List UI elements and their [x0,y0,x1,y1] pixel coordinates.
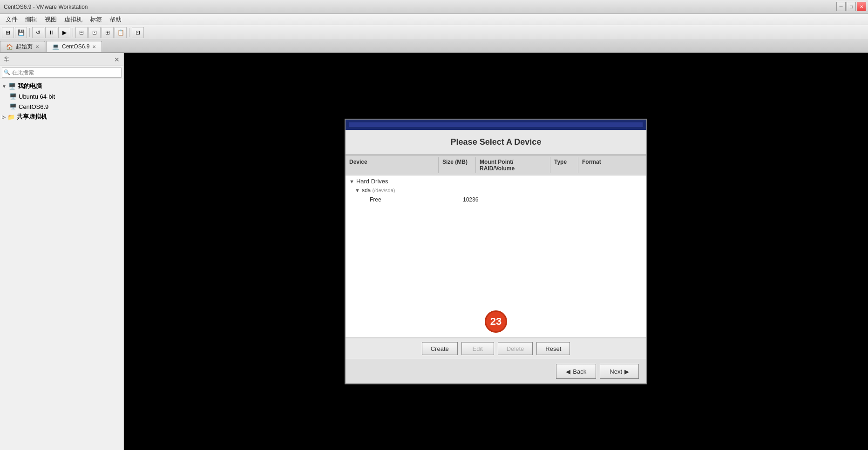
menu-bar: 文件 编辑 视图 虚拟机 标签 帮助 [0,14,868,25]
content-area: Please Select A Device Device Size (MB) … [124,53,868,450]
sidebar-centos-label: CentOS6.9 [19,103,48,110]
free-mount [496,195,571,204]
mypc-icon: 🖥️ [8,83,16,90]
sidebar-shared-label: 共享虚拟机 [17,113,47,121]
toolbar-sep-1 [29,28,30,37]
sidebar-close-button[interactable]: ✕ [114,56,120,63]
expand-mypc-icon: ▼ [2,84,7,89]
col-mount: Mount Point/ RAID/Volume [476,157,550,173]
next-button[interactable]: Next ▶ [600,364,639,379]
sidebar-title: 车 [4,55,9,63]
toolbar-btn-6[interactable]: ⊟ [75,27,88,38]
toolbar-sep-2 [73,28,73,37]
next-icon: ▶ [624,368,629,375]
sidebar-item-ubuntu[interactable]: 🖥️ Ubuntu 64-bit [0,91,123,101]
hard-drives-expand-icon: ▼ [349,179,354,184]
window-title: CentOS6.9 - VMware Workstation [4,4,88,10]
toolbar: ⊞ 💾 ↺ ⏸ ▶ ⊟ ⊡ ⊞ 📋 ⊡ [0,25,868,40]
centos-vm-icon: 🖥️ [9,103,17,110]
tab-home[interactable]: 🏠 起始页 ✕ [0,41,45,52]
free-format [599,195,645,204]
sda-row[interactable]: ▼ sda (/dev/sda) [346,186,646,195]
toolbar-btn-1[interactable]: ⊞ [2,27,14,38]
device-table-body: ▼ Hard Drives ▼ sda (/dev/sda) Free 1023… [346,175,646,306]
toolbar-btn-7[interactable]: ⊡ [88,27,101,38]
dialog-title-section: Please Select A Device [346,130,646,155]
toolbar-btn-2[interactable]: 💾 [15,27,27,38]
col-type: Type [550,157,578,173]
delete-button[interactable]: Delete [498,342,533,355]
col-format: Format [578,157,625,173]
hard-drives-label: Hard Drives [356,178,388,185]
sidebar-item-mypc[interactable]: ▼ 🖥️ 我的电脑 [0,81,123,91]
dialog-header-decoration [349,122,643,127]
toolbar-btn-5[interactable]: ▶ [58,27,70,38]
dialog-header-bar [346,120,646,130]
next-label: Next [610,368,622,375]
free-row[interactable]: Free 10236 [346,195,646,205]
maximize-button[interactable]: □ [847,2,856,11]
sidebar-tree: ▼ 🖥️ 我的电脑 🖥️ Ubuntu 64-bit 🖥️ CentOS6.9 … [0,79,123,450]
search-input[interactable] [2,67,122,78]
tabs-bar: 🏠 起始页 ✕ 💻 CentOS6.9 ✕ [0,40,868,53]
expand-shared-icon: ▷ [2,114,6,120]
menu-help[interactable]: 帮助 [106,14,125,25]
sda-expand-icon: ▼ [355,188,360,193]
toolbar-btn-3[interactable]: ↺ [32,27,44,38]
device-table: Device Size (MB) Mount Point/ RAID/Volum… [346,155,646,338]
device-table-header: Device Size (MB) Mount Point/ RAID/Volum… [346,155,646,175]
sidebar-ubuntu-label: Ubuntu 64-bit [19,93,55,100]
toolbar-sep-3 [129,28,129,37]
shared-icon: 📁 [7,114,15,121]
window-controls: ─ □ ✕ [836,2,866,11]
tab-centos-label: CentOS6.9 [62,43,89,50]
sidebar-header: 车 ✕ [0,53,123,66]
edit-button[interactable]: Edit [461,342,494,355]
sidebar-item-centos[interactable]: 🖥️ CentOS6.9 [0,101,123,112]
menu-file[interactable]: 文件 [2,14,21,25]
search-icon: 🔍 [4,69,10,75]
free-device: Free [366,195,459,204]
free-size: 10236 [459,195,496,204]
col-size: Size (MB) [439,157,476,173]
menu-edit[interactable]: 编辑 [21,14,41,25]
toolbar-btn-9[interactable]: 📋 [115,27,127,38]
back-icon: ◀ [566,368,570,375]
minimize-button[interactable]: ─ [836,2,846,11]
sidebar: 车 ✕ 🔍 ▼ 🖥️ 我的电脑 🖥️ Ubuntu 64-bit 🖥️ Cent… [0,53,124,450]
centos-icon: 💻 [52,43,59,50]
sidebar-item-shared[interactable]: ▷ 📁 共享虚拟机 [0,112,123,122]
nav-buttons-bar: ◀ Back Next ▶ [346,359,646,383]
menu-vm[interactable]: 虚拟机 [61,14,86,25]
menu-tag[interactable]: 标签 [86,14,106,25]
hard-drives-section[interactable]: ▼ Hard Drives [346,176,646,186]
sidebar-search-area: 🔍 [0,66,123,79]
action-buttons-bar: Create Edit Delete Reset [346,338,646,359]
tab-centos[interactable]: 💻 CentOS6.9 ✕ [46,41,102,52]
title-bar: CentOS6.9 - VMware Workstation ─ □ ✕ [0,0,868,14]
vm-dialog: Please Select A Device Device Size (MB) … [345,119,647,384]
ubuntu-icon: 🖥️ [9,93,17,100]
toolbar-btn-4[interactable]: ⏸ [45,27,57,38]
badge-area: 23 [346,306,646,337]
toolbar-btn-10[interactable]: ⊡ [132,27,144,38]
toolbar-btn-8[interactable]: ⊞ [102,27,114,38]
sidebar-mypc-label: 我的电脑 [18,82,42,90]
main-layout: 车 ✕ 🔍 ▼ 🖥️ 我的电脑 🖥️ Ubuntu 64-bit 🖥️ Cent… [0,53,868,450]
back-button[interactable]: ◀ Back [556,364,596,379]
home-icon: 🏠 [6,44,13,50]
sda-label: sda (/dev/sda) [362,187,395,194]
tab-home-label: 起始页 [16,43,33,51]
dialog-title: Please Select A Device [355,137,637,147]
back-label: Back [573,368,586,375]
close-button[interactable]: ✕ [857,2,866,11]
col-device: Device [346,157,439,173]
free-type [571,195,599,204]
tab-centos-close[interactable]: ✕ [92,44,96,49]
step-badge: 23 [485,310,507,333]
tab-home-close[interactable]: ✕ [35,44,39,49]
create-button[interactable]: Create [422,342,458,355]
menu-view[interactable]: 视图 [41,14,61,25]
reset-button[interactable]: Reset [536,342,570,355]
